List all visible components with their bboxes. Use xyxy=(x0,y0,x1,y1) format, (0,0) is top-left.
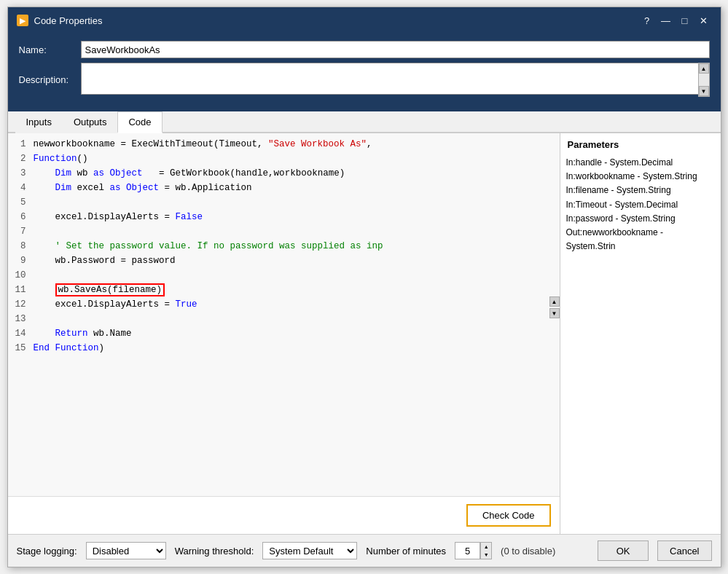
code-line-13: 13 xyxy=(8,312,560,326)
check-code-button[interactable]: Check Code xyxy=(466,504,551,527)
warning-threshold-dropdown: System Default Custom xyxy=(262,542,357,559)
line-num-13: 13 xyxy=(8,312,34,326)
param-item-3: In:Timeout - System.Decimal xyxy=(566,198,715,212)
description-wrapper: ▲ ▼ xyxy=(81,63,710,97)
line-num-8: 8 xyxy=(8,239,34,253)
line-content-14: Return wb.Name xyxy=(34,326,560,341)
code-line-7: 7 xyxy=(8,224,560,239)
line-num-9: 9 xyxy=(8,253,34,268)
number-of-minutes-label: Number of minutes xyxy=(366,546,446,557)
form-section: Name: Description: ▲ ▼ xyxy=(8,34,721,111)
app-icon: ▶ xyxy=(17,15,28,26)
code-line-1: 1 newworkbookname = ExecWithTimeout(Time… xyxy=(8,137,560,152)
description-scrollbar: ▲ ▼ xyxy=(698,63,710,97)
line-content-11: wb.SaveAs(filename) xyxy=(34,283,560,297)
minutes-down-btn[interactable]: ▼ xyxy=(481,551,491,559)
name-label: Name: xyxy=(19,44,81,55)
tab-bar: Inputs Outputs Code xyxy=(8,111,721,133)
stage-logging-select[interactable]: Disabled Enabled xyxy=(86,542,166,559)
scroll-down-btn[interactable]: ▼ xyxy=(549,308,560,318)
warning-threshold-select[interactable]: System Default Custom xyxy=(262,542,357,559)
code-line-3: 3 Dim wb as Object = GetWorkbook(handle,… xyxy=(8,166,560,181)
parameters-content: In:handle - System.Decimal In:workbookna… xyxy=(560,153,721,534)
parameters-header: Parameters xyxy=(560,133,721,153)
scroll-up-btn[interactable]: ▲ xyxy=(549,296,560,307)
help-button[interactable]: ? xyxy=(639,12,655,28)
param-item-1: In:workbookname - System.String xyxy=(566,170,715,184)
scroll-down-arrow[interactable]: ▼ xyxy=(699,86,709,96)
line-num-4: 4 xyxy=(8,181,34,195)
line-num-7: 7 xyxy=(8,224,34,239)
name-row: Name: xyxy=(19,41,710,58)
code-line-4: 4 Dim excel as Object = wb.Application xyxy=(8,181,560,195)
close-button[interactable]: ✕ xyxy=(696,12,712,28)
name-input[interactable] xyxy=(81,41,710,58)
minimize-button[interactable]: — xyxy=(658,12,674,28)
line-num-15: 15 xyxy=(8,341,34,355)
line-content-8: ' Set the password value. If no password… xyxy=(34,239,560,253)
ok-button[interactable]: OK xyxy=(598,540,649,561)
tab-outputs[interactable]: Outputs xyxy=(63,111,118,133)
code-line-5: 5 xyxy=(8,195,560,210)
minutes-spinner-wrapper: ▲ ▼ xyxy=(455,542,492,559)
line-num-12: 12 xyxy=(8,297,34,312)
line-num-5: 5 xyxy=(8,195,34,210)
param-item-0: In:handle - System.Decimal xyxy=(566,156,715,170)
code-line-15: 15 End Function) xyxy=(8,341,560,355)
hint-text: (0 to disable) xyxy=(501,546,555,557)
title-bar: ▶ Code Properties ? — □ ✕ xyxy=(8,7,721,34)
line-content-15: End Function) xyxy=(34,341,560,355)
tab-inputs[interactable]: Inputs xyxy=(15,111,63,133)
code-line-11: 11 wb.SaveAs(filename) xyxy=(8,283,560,297)
dialog-title: Code Properties xyxy=(34,15,103,26)
check-code-bar: Check Code xyxy=(8,496,560,534)
tab-code[interactable]: Code xyxy=(117,111,162,133)
line-content-3: Dim wb as Object = GetWorkbook(handle,wo… xyxy=(34,166,560,181)
stage-logging-dropdown: Disabled Enabled xyxy=(86,542,166,559)
minutes-spinner: ▲ ▼ xyxy=(480,542,492,559)
description-row: Description: ▲ ▼ xyxy=(19,63,710,97)
line-num-10: 10 xyxy=(8,268,34,283)
code-properties-dialog: ▶ Code Properties ? — □ ✕ Name: Descript… xyxy=(7,7,721,567)
maximize-button[interactable]: □ xyxy=(677,12,693,28)
code-line-12: 12 excel.DisplayAlerts = True xyxy=(8,297,560,312)
code-scroll-arrows: ▲ ▼ xyxy=(549,296,560,318)
param-item-5: Out:newworkbookname - System.Strin xyxy=(566,226,715,253)
line-num-2: 2 xyxy=(8,152,34,166)
line-num-1: 1 xyxy=(8,137,34,152)
description-textarea[interactable] xyxy=(81,63,710,95)
line-content-6: excel.DisplayAlerts = False xyxy=(34,210,560,224)
param-item-2: In:filename - System.String xyxy=(566,184,715,197)
code-scroll-area: 1 newworkbookname = ExecWithTimeout(Time… xyxy=(8,133,560,496)
minutes-up-btn[interactable]: ▲ xyxy=(481,543,491,551)
line-num-11: 11 xyxy=(8,283,34,297)
scroll-up-arrow[interactable]: ▲ xyxy=(699,63,709,74)
code-line-9: 9 wb.Password = password xyxy=(8,253,560,268)
line-num-6: 6 xyxy=(8,210,34,224)
line-content-4: Dim excel as Object = wb.Application xyxy=(34,181,560,195)
stage-logging-label: Stage logging: xyxy=(17,546,77,557)
parameters-panel: Parameters In:handle - System.Decimal In… xyxy=(560,133,721,534)
line-content-2: Function() xyxy=(34,152,560,166)
title-controls: ? — □ ✕ xyxy=(639,12,712,28)
code-line-14: 14 Return wb.Name xyxy=(8,326,560,341)
code-editor[interactable]: 1 newworkbookname = ExecWithTimeout(Time… xyxy=(8,133,560,496)
line-content-9: wb.Password = password xyxy=(34,253,560,268)
title-bar-left: ▶ Code Properties xyxy=(17,15,103,26)
code-line-6: 6 excel.DisplayAlerts = False xyxy=(8,210,560,224)
code-panel: 1 newworkbookname = ExecWithTimeout(Time… xyxy=(8,133,560,534)
code-line-2: 2 Function() xyxy=(8,152,560,166)
bottom-bar: Stage logging: Disabled Enabled Warning … xyxy=(8,534,721,567)
param-item-4: In:password - System.String xyxy=(566,212,715,226)
description-label: Description: xyxy=(19,74,81,85)
main-content: 1 newworkbookname = ExecWithTimeout(Time… xyxy=(8,133,721,534)
cancel-button[interactable]: Cancel xyxy=(657,540,711,561)
minutes-input[interactable] xyxy=(455,542,480,559)
code-line-8: 8 ' Set the password value. If no passwo… xyxy=(8,239,560,253)
line-content-1: newworkbookname = ExecWithTimeout(Timeou… xyxy=(34,137,560,152)
line-num-14: 14 xyxy=(8,326,34,341)
line-content-12: excel.DisplayAlerts = True xyxy=(34,297,560,312)
warning-threshold-label: Warning threshold: xyxy=(175,546,254,557)
code-line-10: 10 xyxy=(8,268,560,283)
line-num-3: 3 xyxy=(8,166,34,181)
